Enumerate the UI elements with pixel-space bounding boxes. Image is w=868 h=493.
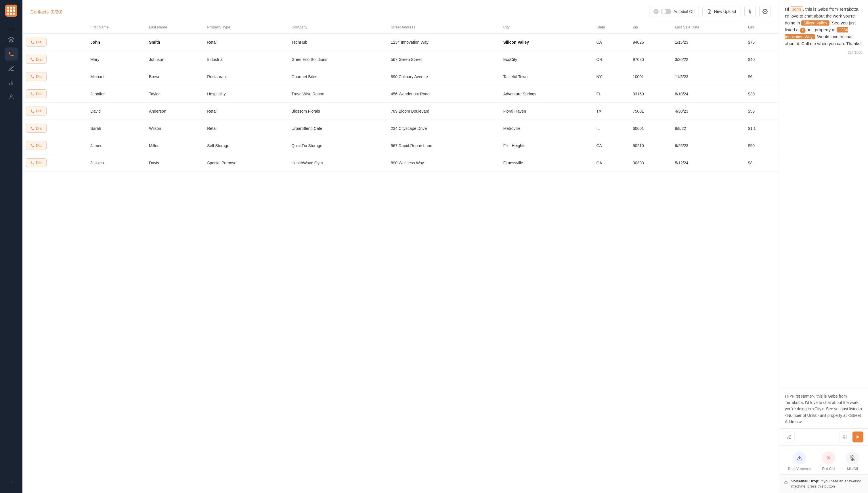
- zip-cell: 10001: [629, 68, 671, 85]
- col-company: Company: [288, 21, 387, 34]
- mic-icon: [846, 451, 859, 465]
- header-controls: ✕ Autodial Off New Upload: [649, 6, 771, 17]
- mic-off-button[interactable]: Mic Off: [846, 451, 859, 471]
- address-cell: 789 Bloom Boulevard: [387, 103, 500, 120]
- phone-icon: [30, 75, 34, 79]
- mic-off-label: Mic Off: [847, 467, 858, 471]
- end-call-icon: [822, 451, 835, 465]
- message-preview-section: Hi John, this is Gabe from Terrakotta. I…: [779, 0, 868, 388]
- dial-button[interactable]: Dial: [26, 141, 46, 150]
- sidebar-item-user[interactable]: [5, 90, 18, 104]
- sidebar-item-edit[interactable]: [5, 62, 18, 75]
- city-highlight: Silicon Valley: [801, 20, 829, 26]
- zip-cell: 94025: [629, 34, 671, 51]
- zip-cell: 97030: [629, 51, 671, 68]
- city-cell: Tasteful Town: [500, 68, 593, 85]
- dial-button[interactable]: Dial: [26, 158, 46, 167]
- dial-button[interactable]: Dial: [26, 124, 46, 133]
- drop-voicemail-button[interactable]: Drop Voicemail: [788, 451, 811, 471]
- state-cell: CA: [593, 34, 629, 51]
- dial-button[interactable]: Dial: [26, 72, 46, 81]
- dial-cell: Dial: [22, 103, 87, 120]
- end-call-button[interactable]: End Call: [822, 451, 835, 471]
- company-cell: TechHub: [288, 34, 387, 51]
- svg-marker-21: [856, 435, 859, 439]
- edit-message-button[interactable]: [784, 431, 795, 443]
- first-name-cell: James: [87, 137, 145, 154]
- sale-date-cell: 4/30/23: [671, 103, 744, 120]
- address-cell: 890 Culinary Avenue: [387, 68, 500, 85]
- svg-line-10: [751, 9, 751, 14]
- settings-button[interactable]: [759, 6, 771, 17]
- table-row: Dial James Miller Self Storage QuickFix …: [22, 137, 779, 154]
- toggle-track: [661, 8, 671, 14]
- end-call-label: End Call: [822, 467, 835, 471]
- city-cell: Fitnessville: [500, 154, 593, 172]
- phone-icon: [30, 161, 34, 165]
- sidebar-bottom: →: [5, 475, 18, 488]
- property-type-cell: Industrial: [204, 51, 288, 68]
- phone-icon: [30, 40, 34, 44]
- amount-cell: $1,1: [745, 120, 779, 137]
- sale-date-cell: 8/10/24: [671, 85, 744, 103]
- main-area: Contacts (0/20) ✕ Autodial Off New Uploa…: [22, 0, 779, 493]
- sidebar-nav: ···: [0, 24, 22, 104]
- dial-cell: Dial: [22, 68, 87, 85]
- last-name-cell: Wilson: [145, 120, 204, 137]
- first-name-cell: Mary: [87, 51, 145, 68]
- new-upload-button[interactable]: New Upload: [702, 7, 741, 16]
- city-cell: Metroville: [500, 120, 593, 137]
- toggle-x-icon: ✕: [653, 9, 659, 14]
- message-preview-text: Hi John, this is Gabe from Terrakotta. I…: [785, 6, 862, 47]
- company-cell: QuickFix Storage: [288, 137, 387, 154]
- sliders-icon: [842, 435, 847, 439]
- svg-point-11: [765, 11, 766, 12]
- send-message-button[interactable]: [852, 431, 863, 443]
- sale-date-cell: 11/5/23: [671, 68, 744, 85]
- col-street-address: Street Address: [387, 21, 500, 34]
- zip-cell: 90210: [629, 137, 671, 154]
- num-highlight: 1: [800, 27, 806, 33]
- dial-button[interactable]: Dial: [26, 38, 46, 46]
- state-cell: FL: [593, 85, 629, 103]
- dial-button[interactable]: Dial: [26, 55, 46, 64]
- message-actions-bar: [779, 429, 868, 446]
- voicemail-down-icon: [784, 479, 788, 485]
- address-cell: 890 Wellness Way: [387, 154, 500, 172]
- sidebar-item-chart[interactable]: [5, 76, 18, 89]
- settings-message-button[interactable]: [839, 431, 850, 443]
- sidebar-item-phone[interactable]: [5, 47, 18, 61]
- table-row: Dial Jennifer Taylor Hospitality TravelW…: [22, 85, 779, 103]
- contacts-table: First Name Last Name Property Type Compa…: [22, 21, 779, 172]
- dial-cell: Dial: [22, 85, 87, 103]
- template-text-section: Hi <First Name>, this is Gabe from Terra…: [779, 388, 868, 429]
- table-row: Dial Sarah Wilson Retail UrbanBlend Cafe…: [22, 120, 779, 137]
- col-last: Las: [745, 21, 779, 34]
- col-zip: Zip: [629, 21, 671, 34]
- dial-button[interactable]: Dial: [26, 107, 46, 115]
- gear-icon: [763, 9, 768, 14]
- more-options-icon[interactable]: ···: [8, 26, 14, 32]
- sale-date-cell: 9/8/22: [671, 120, 744, 137]
- autodial-toggle[interactable]: ✕ Autodial Off: [649, 6, 699, 17]
- sidebar-collapse-button[interactable]: →: [5, 475, 18, 488]
- first-name-cell: Jennifer: [87, 85, 145, 103]
- hash-button[interactable]: [744, 6, 756, 17]
- dial-button[interactable]: Dial: [26, 89, 46, 98]
- dial-cell: Dial: [22, 34, 87, 51]
- play-icon: [856, 435, 860, 439]
- state-cell: TX: [593, 103, 629, 120]
- dial-cell: Dial: [22, 137, 87, 154]
- col-state: State: [593, 21, 629, 34]
- first-name-cell: Michael: [87, 68, 145, 85]
- col-first-name: First Name: [87, 21, 145, 34]
- table-row: Dial Michael Brown Restaurant Gourmet Bi…: [22, 68, 779, 85]
- drop-voicemail-label: Drop Voicemail: [788, 467, 811, 471]
- state-cell: GA: [593, 154, 629, 172]
- city-cell: EcoCity: [500, 51, 593, 68]
- call-controls-row: Drop Voicemail End Call Mic Off: [784, 451, 863, 471]
- table-row: Dial Jessica Davis Special Purpose Healt…: [22, 154, 779, 172]
- zip-cell: 60601: [629, 120, 671, 137]
- sidebar-item-layers[interactable]: [5, 33, 18, 46]
- amount-cell: $30: [745, 85, 779, 103]
